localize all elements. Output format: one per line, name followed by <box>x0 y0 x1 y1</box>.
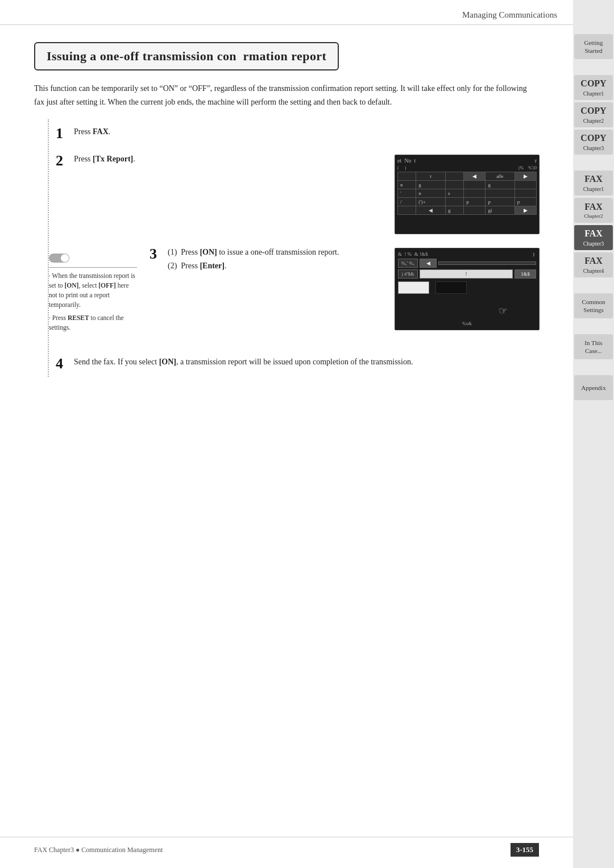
main-content: Issuing a one-off transmission con rmati… <box>0 25 573 400</box>
screen3-row2: %,' %, ◀ <box>398 259 536 268</box>
step-2-body: Press [Tx Report]. <box>68 152 385 234</box>
sidebar-item-appendix[interactable]: Appendix <box>574 375 613 400</box>
sidebar-item-fax-ch1[interactable]: FAXChapter1 <box>574 171 613 196</box>
step-1-body: Press FAX. <box>68 125 539 139</box>
hand-pointer-icon: ☞ <box>499 305 508 317</box>
footer-right: 3-155 <box>511 843 539 857</box>
screen-table-1: t ◀ a0e ▶ n g g <box>397 172 537 215</box>
step-1-number: 1 <box>49 125 68 141</box>
step-2-number: 2 <box>49 152 68 168</box>
step-3-body: (1) Press [ON] to issue a one-off transm… <box>162 246 385 330</box>
step-3: · When the transmission report is set to… <box>49 240 539 339</box>
sidebar-item-copy-ch3[interactable]: COPYChapter3 <box>574 130 613 155</box>
screen-display-1: et No t r ( ) (% %')0 t <box>395 155 540 234</box>
sidebar: GettingStarted COPYChapter1 COPYChapter2… <box>573 0 614 868</box>
page-footer: FAX Chapter3 ● Communication Management … <box>0 837 573 857</box>
page-header: Managing Communications <box>0 0 614 25</box>
screen3-row1: & ! % & !&$ ) <box>398 251 536 257</box>
section-title-box: Issuing a one-off transmission con rmati… <box>34 42 339 70</box>
intro-paragraph: This function can be temporarily set to … <box>34 82 539 109</box>
screen3-footer: %o& <box>462 321 472 326</box>
footer-left: FAX Chapter3 ● Communication Management <box>34 846 163 854</box>
sidebar-item-getting-started[interactable]: GettingStarted <box>574 34 613 59</box>
step-1: 1 Press FAX. <box>49 119 539 147</box>
steps-container: 1 Press FAX. 2 Press [Tx Report]. et No … <box>48 119 539 377</box>
sidebar-item-copy-ch1[interactable]: COPYChapter1 <box>574 75 613 100</box>
screen-header-row: et No t r <box>397 157 537 164</box>
step-3-number: 3 <box>143 246 162 261</box>
step-4: 4 Send the fax. If you select [ON], a tr… <box>49 350 539 377</box>
step-2-screen: et No t r ( ) (% %')0 t <box>385 152 539 234</box>
step-4-number: 4 <box>49 355 68 371</box>
screen3-row4 <box>398 281 536 294</box>
sidebar-item-copy-ch2[interactable]: COPYChapter2 <box>574 102 613 127</box>
sidebar-item-in-this-case[interactable]: In ThisCase... <box>574 334 613 359</box>
sidebar-item-fax-ch4[interactable]: FAXChapter4 <box>574 252 613 277</box>
step-2: 2 Press [Tx Report]. et No t r ( ) <box>49 147 539 240</box>
step-3-left: · When the transmission report is set to… <box>49 246 143 333</box>
header-title: Managing Communications <box>462 10 557 19</box>
sidebar-item-fax-ch3[interactable]: FAXChapter3 <box>574 225 613 250</box>
side-note: · When the transmission report is set to… <box>49 267 137 333</box>
step-3-screen: & ! % & !&$ ) %,' %, ◀ ) #'$& ! 1&$ <box>385 246 539 330</box>
toggle-shape <box>49 254 69 263</box>
sidebar-item-fax-ch2[interactable]: FAXChapter2 <box>574 198 613 223</box>
screen3-row3: ) #'$& ! 1&$ <box>398 269 536 279</box>
toggle-indicator <box>49 254 143 263</box>
step-4-body: Send the fax. If you select [ON], a tran… <box>68 355 421 369</box>
screen-display-2: & ! % & !&$ ) %,' %, ◀ ) #'$& ! 1&$ <box>395 248 540 330</box>
sidebar-item-common-settings[interactable]: CommonSettings <box>574 293 613 318</box>
section-title: Issuing a one-off transmission con rmati… <box>47 49 326 64</box>
